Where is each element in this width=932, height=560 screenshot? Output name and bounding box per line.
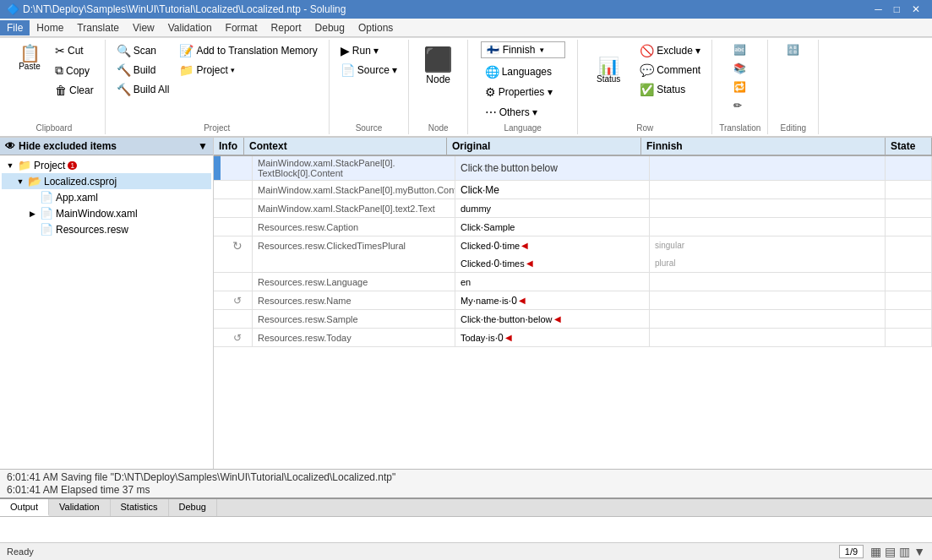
cell-original-3: Click·Sample [455,218,650,236]
table-row[interactable]: ↺ Resources.resw.Today Today·is·0 ◀ [214,329,932,347]
menu-view[interactable]: View [126,20,161,35]
table-row[interactable]: ↻ Resources.resw.ClickedTimesPlural Clic… [214,237,932,273]
app-icon: 🔷 [7,3,19,15]
tree-expand-project[interactable]: ▼ [5,161,15,170]
menu-debug[interactable]: Debug [308,20,352,35]
paste-button[interactable]: 📋 Paste [10,41,49,74]
copy-button[interactable]: ⧉ Copy [51,61,98,80]
cell-finnish-4a[interactable]: singular [650,237,886,254]
menu-bar: File Home Translate View Validation Form… [0,19,932,37]
menu-home[interactable]: Home [30,20,70,35]
app-xaml-icon: 📄 [40,191,53,204]
comment-button[interactable]: 💬 Comment [635,61,705,79]
cell-state-5 [886,273,932,291]
table-row[interactable]: Resources.resw.Caption Click·Sample [214,218,932,237]
cell-finnish-4b[interactable]: plural [650,254,886,272]
tree-item-resources[interactable]: ▶ 📄 Resources.resw [2,221,211,237]
status-big-button[interactable]: 📊 Status [585,54,632,87]
translate-btn4[interactable]: ✏ [729,97,750,114]
tab-statistics[interactable]: Statistics [111,499,169,516]
project-button[interactable]: 📁 Project ▾ [175,61,321,79]
cell-finnish-2[interactable] [650,199,886,217]
cell-finnish-1[interactable] [650,181,886,198]
clear-button[interactable]: 🗑 Clear [51,81,98,100]
exclude-row: 📊 Status 🚫 Exclude ▾ 💬 Comment [585,41,705,99]
translate-icon2: 📚 [733,63,746,74]
maximize-button[interactable]: □ [889,3,905,15]
tab-output[interactable]: Output [0,499,49,516]
scan-button[interactable]: 🔍 Scan [112,41,174,60]
table-row[interactable]: MainWindow.xaml.StackPanel[0].myButton.C… [214,181,932,199]
output-area: Output Validation Statistics Debug [0,497,932,542]
minimize-button[interactable]: ─ [869,3,887,15]
cell-info-2 [222,199,253,217]
dropdown-icon[interactable]: ▼ [913,545,925,558]
cell-finnish-8[interactable] [650,329,886,346]
plural-row-plural: Clicked·0·times ◀ plural [214,254,932,272]
sidebar-dropdown-arrow[interactable]: ▼ [198,140,208,152]
cell-original-0: Click·the·button·below [455,156,650,180]
menu-format[interactable]: Format [219,20,264,35]
edit-btn1[interactable]: 🔠 [782,41,804,58]
run-icon: ▶ [341,44,350,57]
tree-item-csproj[interactable]: ▼ 📂 Localized.csproj [2,173,211,189]
others-button[interactable]: ⋯ Others ▾ [481,103,542,122]
cell-finnish-5[interactable] [650,273,886,291]
menu-translate[interactable]: Translate [70,20,126,35]
table-row[interactable]: MainWindow.xaml.StackPanel[0].TextBlock[… [214,156,932,181]
build-all-button[interactable]: 🔨 Build All [112,80,174,99]
table-row[interactable]: ↺ Resources.resw.Name My·name·is·0 ◀ [214,291,932,310]
tree-item-project[interactable]: ▼ 📁 Project 1 [2,157,211,173]
close-button[interactable]: ✕ [907,3,925,15]
cell-state-4b [886,254,932,272]
translate-icon1: 🔤 [733,44,746,56]
tree-expand-mainwindow[interactable]: ▶ [27,209,37,218]
cell-finnish-0[interactable] [650,156,886,180]
cell-finnish-7[interactable] [650,310,886,328]
tab-validation[interactable]: Validation [49,499,111,516]
source-button[interactable]: 📄 Source ▾ [336,61,401,79]
node-button[interactable]: ⬛ Node [416,41,461,90]
exclude-button[interactable]: 🚫 Exclude ▾ [635,41,705,60]
cell-info-0 [222,156,253,180]
add-tm-button[interactable]: 📝 Add to Translation Memory [175,41,321,60]
translate-btn2[interactable]: 📚 [729,60,750,77]
translate-btn3[interactable]: 🔁 [729,79,750,95]
grid-icon2[interactable]: ▤ [885,545,896,558]
languages-button[interactable]: 🌐 Languages [481,63,556,81]
status2-button[interactable]: ✅ Status [635,80,705,99]
grid-header: Info Context Original Finnish State [214,138,932,156]
cell-finnish-3[interactable] [650,218,886,236]
language-dropdown[interactable]: 🇫🇮 Finnish ▼ [481,41,565,58]
tree-expand-csproj[interactable]: ▼ [15,177,25,186]
translate-icon4: ✏ [733,100,742,111]
tree-item-mainwindow[interactable]: ▶ 📄 MainWindow.xaml [2,205,211,221]
menu-options[interactable]: Options [352,20,400,35]
title-bar-controls[interactable]: ─ □ ✕ [869,3,925,15]
menu-validation[interactable]: Validation [161,20,219,35]
title-path: D:\NT\Deploy\Samples\WinUI\Tutorial\Loca… [23,3,346,15]
translate-btn1[interactable]: 🔤 [729,41,750,58]
bottom-bar: Ready 1/9 ▦ ▤ ▥ ▼ [0,542,932,560]
hide-excluded-icon: 👁 [5,140,15,152]
build-button[interactable]: 🔨 Build [112,61,174,79]
row-indicator-empty [214,199,221,217]
row-small-group: 🚫 Exclude ▾ 💬 Comment ✅ Status [635,41,705,99]
menu-report[interactable]: Report [264,20,308,35]
tab-debug[interactable]: Debug [169,499,217,516]
cell-info-7 [222,310,253,328]
grid-icon3[interactable]: ▥ [899,545,910,558]
ribbon-group-project: 🔍 Scan 🔨 Build 🔨 Build All 📝 [106,40,330,134]
grid-icon1[interactable]: ▦ [870,545,881,558]
row-indicator-empty [214,181,221,198]
menu-file[interactable]: File [0,20,30,35]
run-button[interactable]: ▶ Run ▾ [336,41,401,60]
table-row[interactable]: Resources.resw.Language en [214,273,932,291]
properties-button[interactable]: ⚙ Properties ▾ [481,83,557,101]
tree-item-app-xaml[interactable]: ▶ 📄 App.xaml [2,189,211,205]
cell-finnish-6[interactable] [650,291,886,309]
build-all-icon: 🔨 [117,83,131,96]
table-row[interactable]: Resources.resw.Sample Click·the·button·b… [214,310,932,329]
cut-button[interactable]: ✂ Cut [51,41,98,60]
table-row[interactable]: MainWindow.xaml.StackPanel[0].text2.Text… [214,199,932,218]
